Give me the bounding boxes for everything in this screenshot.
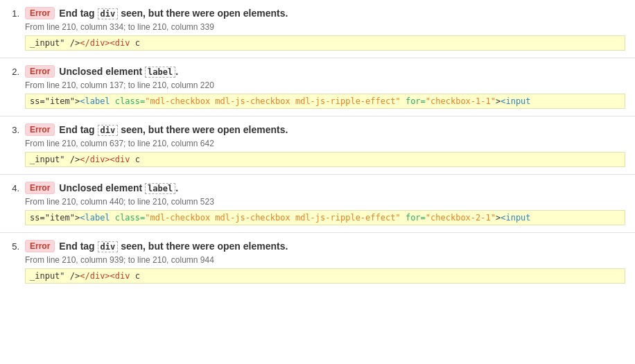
location-line: From line 210, column 137; to line 210, … xyxy=(25,80,625,90)
error-badge: Error xyxy=(25,240,55,252)
error-badge: Error xyxy=(25,65,55,78)
error-badge: Error xyxy=(25,123,55,136)
item-content: ErrorEnd tag div seen, but there were op… xyxy=(25,7,625,51)
code-snippet: _input" /></div><div c xyxy=(25,35,625,51)
error-badge: Error xyxy=(25,182,55,194)
error-badge: Error xyxy=(25,7,55,19)
error-list: 1.ErrorEnd tag div seen, but there were … xyxy=(0,0,635,364)
inline-code: div xyxy=(98,8,119,19)
code-snippet: _input" /></div><div c xyxy=(25,268,625,284)
error-item: 1.ErrorEnd tag div seen, but there were … xyxy=(0,0,635,58)
item-title: ErrorEnd tag div seen, but there were op… xyxy=(25,7,625,19)
location-line: From line 210, column 637; to line 210, … xyxy=(25,139,625,148)
item-number: 5. xyxy=(7,240,19,252)
inline-code: label xyxy=(145,67,175,78)
item-number: 4. xyxy=(7,182,19,193)
location-line: From line 210, column 440; to line 210, … xyxy=(25,197,625,207)
item-content: ErrorEnd tag div seen, but there were op… xyxy=(25,240,625,284)
inline-code: div xyxy=(98,241,119,252)
item-content: ErrorUnclosed element label.From line 21… xyxy=(25,65,625,109)
item-number: 3. xyxy=(7,123,19,135)
error-item: 5.ErrorEnd tag div seen, but there were … xyxy=(0,233,635,291)
code-snippet: ss="item"><label class="mdl-checkbox mdl… xyxy=(25,94,625,109)
inline-code: div xyxy=(98,125,119,136)
inline-code: label xyxy=(145,183,175,194)
item-title: ErrorUnclosed element label. xyxy=(25,182,625,194)
item-content: ErrorUnclosed element label.From line 21… xyxy=(25,182,625,225)
error-item: 2.ErrorUnclosed element label.From line … xyxy=(0,58,635,116)
item-title: ErrorUnclosed element label. xyxy=(25,65,625,78)
location-line: From line 210, column 334; to line 210, … xyxy=(25,22,625,32)
item-title: ErrorEnd tag div seen, but there were op… xyxy=(25,240,625,252)
item-number: 2. xyxy=(7,65,19,77)
item-number: 1. xyxy=(7,7,19,19)
code-snippet: _input" /></div><div c xyxy=(25,152,625,167)
location-line: From line 210, column 939; to line 210, … xyxy=(25,255,625,265)
code-snippet: ss="item"><label class="mdl-checkbox mdl… xyxy=(25,210,625,225)
item-content: ErrorEnd tag div seen, but there were op… xyxy=(25,123,625,167)
title-text: End tag div seen, but there were open el… xyxy=(59,8,288,19)
error-item: 3.ErrorEnd tag div seen, but there were … xyxy=(0,116,635,175)
title-text: End tag div seen, but there were open el… xyxy=(59,241,288,252)
item-title: ErrorEnd tag div seen, but there were op… xyxy=(25,123,625,136)
error-item: 4.ErrorUnclosed element label.From line … xyxy=(0,175,635,233)
title-text: Unclosed element label. xyxy=(59,66,178,77)
title-text: End tag div seen, but there were open el… xyxy=(59,124,288,135)
title-text: Unclosed element label. xyxy=(59,182,178,193)
